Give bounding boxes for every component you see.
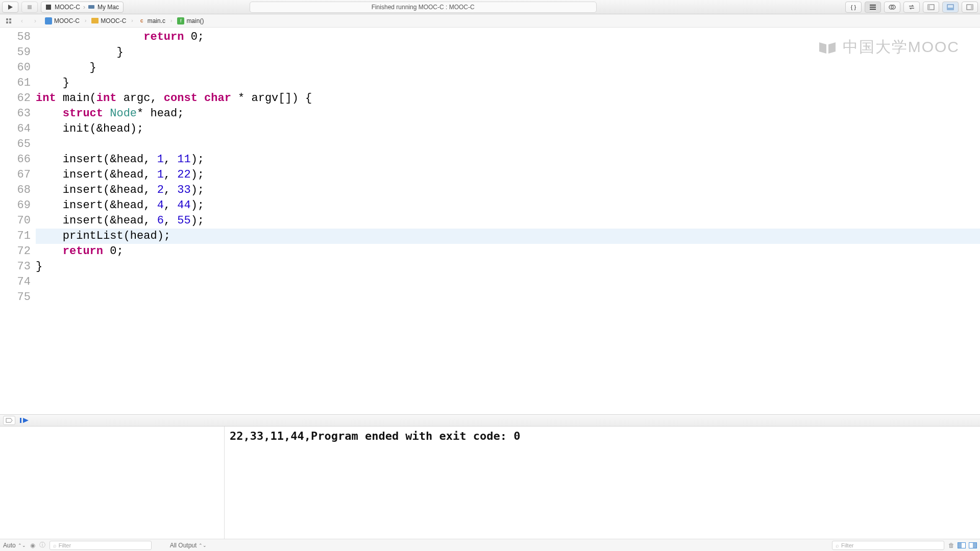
chevron-right-icon: ›	[84, 18, 87, 23]
auto-label: Auto	[3, 542, 16, 549]
assistant-editor-button[interactable]	[884, 2, 900, 13]
watermark: 中国大学MOOC	[818, 37, 960, 58]
continue-button[interactable]	[19, 417, 30, 424]
left-pane-toggle-icon[interactable]	[958, 542, 966, 548]
filter-placeholder: Filter	[841, 542, 853, 548]
chevron-updown-icon: ⌃⌄	[199, 543, 207, 548]
project-icon	[45, 17, 52, 24]
breadcrumb-function[interactable]: f main()	[175, 17, 206, 24]
nav-back-button[interactable]: ‹	[16, 16, 28, 26]
activity-status: Finished running MOOC-C : MOOC-C	[250, 2, 597, 13]
panel-bottom-icon	[947, 4, 954, 10]
stop-button[interactable]	[21, 2, 38, 13]
filter-placeholder: Filter	[59, 542, 71, 548]
scheme-selector[interactable]: MOOC-C › My Mac	[41, 2, 124, 13]
auto-popup-selector[interactable]: Auto ⌃⌄	[3, 542, 26, 549]
svg-marker-17	[23, 418, 29, 423]
breadcrumb-label: main.c	[148, 17, 165, 24]
grid-icon	[6, 18, 12, 24]
debug-toolbar	[0, 414, 980, 427]
svg-rect-13	[9, 18, 11, 20]
nav-forward-button[interactable]: ›	[30, 16, 41, 26]
scheme-name: MOOC-C	[55, 4, 80, 11]
code-snippets-button[interactable]: { }	[845, 2, 862, 13]
svg-rect-14	[6, 21, 8, 23]
bottom-strip: Auto ⌃⌄ ◉ ⓘ ⌕ Filter All Output ⌃⌄ ⌕ Fil…	[0, 539, 980, 551]
chevron-right-icon: ›	[130, 18, 134, 23]
run-button[interactable]	[2, 2, 18, 13]
chevron-right-icon: ›	[34, 17, 36, 24]
continue-icon	[19, 417, 30, 424]
info-icon[interactable]: ⓘ	[39, 541, 45, 549]
panel-left-icon	[927, 4, 935, 10]
breadcrumb-label: main()	[186, 17, 204, 24]
output-scope-selector[interactable]: All Output ⌃⌄	[170, 542, 207, 549]
variables-pane[interactable]	[0, 427, 225, 539]
svg-rect-12	[6, 18, 8, 20]
svg-rect-2	[46, 5, 51, 10]
breadcrumb-label: MOOC-C	[54, 17, 80, 24]
folder-icon	[91, 18, 99, 23]
right-pane-toggle-icon[interactable]	[969, 542, 977, 548]
status-text: Finished running MOOC-C : MOOC-C	[372, 4, 475, 11]
mac-icon	[88, 5, 94, 9]
filter-icon: ⌕	[53, 542, 57, 548]
svg-rect-3	[88, 5, 94, 9]
panel-right-icon	[966, 4, 973, 10]
code-editor[interactable]: 中国大学MOOC 5859606162636465666768697071727…	[0, 28, 980, 414]
chevron-right-icon: ›	[83, 4, 85, 11]
function-icon: f	[177, 17, 184, 24]
book-icon	[818, 40, 837, 55]
version-editor-button[interactable]	[903, 2, 920, 13]
code-area: 585960616263646566676869707172737475 ret…	[0, 28, 980, 305]
svg-rect-9	[947, 8, 953, 10]
target-icon	[45, 4, 52, 10]
trash-icon[interactable]: 🗑	[948, 542, 954, 549]
svg-rect-7	[928, 5, 930, 10]
play-icon	[7, 4, 13, 10]
watermark-text: 中国大学MOOC	[843, 37, 960, 58]
related-items-button[interactable]	[3, 16, 14, 26]
left-panel-button[interactable]	[923, 2, 939, 13]
braces-icon: { }	[851, 4, 856, 10]
chevron-left-icon: ‹	[21, 17, 23, 24]
console-pane[interactable]: 22,33,11,44,Program ended with exit code…	[225, 427, 980, 539]
c-file-icon: c	[138, 17, 145, 24]
breakpoint-toggle-button[interactable]	[3, 416, 15, 425]
svg-rect-16	[20, 418, 21, 423]
debug-area: 22,33,11,44,Program ended with exit code…	[0, 427, 980, 539]
svg-rect-1	[28, 5, 32, 9]
lines-icon	[869, 4, 876, 10]
breadcrumb-project[interactable]: MOOC-C	[43, 17, 82, 24]
line-number-gutter: 585960616263646566676869707172737475	[0, 28, 36, 305]
chevron-updown-icon: ⌃⌄	[18, 543, 26, 548]
standard-editor-button[interactable]	[865, 2, 881, 13]
breadcrumb-folder[interactable]: MOOC-C	[89, 17, 128, 24]
console-filter-input[interactable]: ⌕ Filter	[832, 541, 944, 550]
svg-rect-11	[971, 5, 973, 10]
destination-name: My Mac	[97, 4, 119, 11]
circles-icon	[889, 4, 896, 10]
bottom-panel-button[interactable]	[942, 2, 959, 13]
jump-bar: ‹ › MOOC-C › MOOC-C › c main.c › f main(…	[0, 14, 980, 28]
breadcrumb-file[interactable]: c main.c	[136, 17, 167, 24]
svg-marker-0	[8, 5, 13, 10]
right-panel-button[interactable]	[962, 2, 978, 13]
eye-icon[interactable]: ◉	[30, 542, 35, 549]
main-toolbar: MOOC-C › My Mac Finished running MOOC-C …	[0, 0, 980, 14]
console-output: 22,33,11,44,Program ended with exit code…	[230, 430, 975, 442]
stop-icon	[27, 5, 32, 10]
all-output-label: All Output	[170, 542, 197, 549]
code-content[interactable]: return 0; } } }int main(int argc, const …	[36, 28, 980, 305]
svg-rect-15	[9, 21, 11, 23]
filter-icon: ⌕	[836, 542, 839, 548]
chevron-right-icon: ›	[169, 18, 173, 23]
breakpoint-icon	[6, 418, 13, 423]
arrows-icon	[908, 4, 915, 10]
breadcrumb-label: MOOC-C	[101, 17, 126, 24]
variables-filter-input[interactable]: ⌕ Filter	[50, 541, 152, 550]
